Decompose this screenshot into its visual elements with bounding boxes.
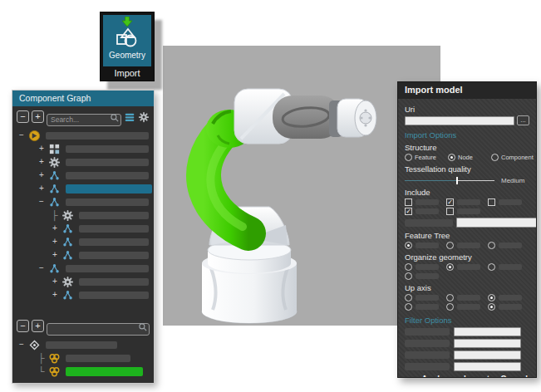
collapse-icon[interactable]: −: [37, 198, 46, 206]
radio-button[interactable]: [488, 242, 495, 249]
collapse-all-button[interactable]: −: [17, 320, 29, 332]
option-label-bar: [416, 208, 439, 214]
radio-button[interactable]: [488, 303, 495, 311]
checkbox[interactable]: [405, 198, 412, 206]
radio-button[interactable]: [405, 294, 412, 301]
feature-tree-option[interactable]: [446, 242, 488, 249]
organize-geometry-option[interactable]: [488, 263, 529, 271]
organize-geometry-option[interactable]: [405, 263, 446, 271]
browse-button[interactable]: ...: [517, 115, 529, 125]
node-search-input[interactable]: [47, 323, 150, 336]
checkbox[interactable]: [488, 198, 495, 206]
tree-row[interactable]: +: [12, 142, 154, 155]
tree-row[interactable]: ├: [12, 208, 154, 222]
component-tree: −++++−├+++−++: [12, 125, 154, 301]
layers-icon[interactable]: [124, 111, 135, 123]
include-option[interactable]: ✓: [405, 208, 446, 215]
radio-button[interactable]: [488, 263, 495, 271]
include-option[interactable]: ✓: [446, 198, 488, 206]
option-label-bar: [457, 304, 480, 310]
radio-button[interactable]: [405, 154, 412, 161]
collapse-icon[interactable]: −: [17, 131, 26, 140]
filter-row: [405, 327, 529, 336]
feature-tree-option[interactable]: [488, 242, 529, 249]
tree-row[interactable]: +: [12, 235, 154, 248]
include-option[interactable]: [405, 198, 446, 206]
tree-row[interactable]: └: [12, 365, 154, 378]
collapse-icon[interactable]: −: [37, 264, 46, 272]
option-label-bar: [457, 264, 480, 270]
radio-button[interactable]: [405, 263, 412, 271]
radio-button[interactable]: [448, 154, 455, 161]
radio-button[interactable]: [405, 242, 412, 249]
structure-option[interactable]: Component: [491, 154, 534, 161]
tree-row[interactable]: −: [12, 338, 154, 351]
structure-option[interactable]: Feature: [405, 154, 448, 161]
expand-icon[interactable]: +: [51, 251, 59, 259]
tree-row[interactable]: +: [12, 248, 154, 262]
slider-handle[interactable]: [456, 177, 458, 184]
filter-value-input[interactable]: [454, 350, 521, 360]
radio-button[interactable]: [405, 272, 412, 280]
import-button[interactable]: Import: [464, 375, 489, 378]
tree-row[interactable]: ├: [12, 351, 154, 365]
organize-geometry-option[interactable]: [446, 263, 488, 271]
collapse-all-button[interactable]: −: [17, 110, 29, 123]
filter-value-input[interactable]: [454, 339, 521, 348]
gear-icon[interactable]: [138, 111, 150, 123]
filter-value-input[interactable]: [454, 327, 521, 336]
radio-button[interactable]: [446, 263, 454, 271]
tree-row[interactable]: +: [12, 222, 154, 235]
expand-icon[interactable]: +: [51, 238, 59, 246]
organize-geometry-option[interactable]: [405, 272, 446, 280]
tree-row[interactable]: −: [12, 195, 154, 208]
gear-icon: [48, 156, 61, 169]
include-option[interactable]: [446, 208, 488, 215]
radio-button[interactable]: [446, 303, 454, 311]
expand-icon[interactable]: +: [37, 158, 46, 166]
expand-icon[interactable]: +: [37, 184, 46, 193]
up-axis-option[interactable]: [488, 303, 529, 311]
expand-icon[interactable]: +: [51, 224, 59, 233]
radio-button[interactable]: [488, 294, 495, 301]
uri-input[interactable]: [405, 116, 514, 125]
tree-row[interactable]: +: [12, 155, 154, 169]
structure-option[interactable]: Node: [448, 154, 491, 161]
cancel-button[interactable]: Cancel: [500, 375, 528, 378]
up-axis-option[interactable]: [488, 294, 529, 301]
analyze-button[interactable]: Analyze: [421, 375, 453, 378]
expand-all-button[interactable]: +: [32, 110, 44, 123]
expand-icon[interactable]: +: [51, 277, 59, 286]
tree-row[interactable]: +: [12, 275, 154, 288]
up-axis-option[interactable]: [446, 303, 488, 311]
radio-button[interactable]: [446, 294, 454, 301]
feature-tree-option[interactable]: [405, 242, 446, 249]
expand-icon[interactable]: +: [51, 291, 59, 299]
tree-item-label-bar: [79, 212, 149, 219]
tessellation-slider[interactable]: Medium: [405, 176, 529, 184]
tree-connector: └: [37, 367, 46, 375]
radio-button[interactable]: [491, 154, 499, 161]
tree-row[interactable]: −: [12, 262, 154, 275]
checkbox[interactable]: [446, 208, 454, 215]
checkbox[interactable]: ✓: [405, 208, 412, 215]
up-axis-option[interactable]: [405, 303, 446, 311]
expand-all-button[interactable]: +: [32, 320, 44, 332]
tree-row[interactable]: +: [12, 182, 154, 195]
up-axis-option[interactable]: [405, 294, 446, 301]
tree-row[interactable]: −: [12, 129, 154, 142]
tree-row[interactable]: +: [12, 169, 154, 182]
checkbox[interactable]: ✓: [446, 198, 454, 206]
geometry-import-button[interactable]: Geometry Import: [100, 12, 155, 81]
filter-value-input[interactable]: [454, 362, 521, 371]
up-axis-option[interactable]: [446, 294, 488, 301]
include-option[interactable]: [488, 198, 529, 206]
radio-button[interactable]: [405, 303, 412, 311]
expand-icon[interactable]: +: [37, 145, 46, 153]
include-value-input[interactable]: [456, 218, 537, 228]
expand-icon[interactable]: +: [37, 171, 46, 179]
option-label-bar: [457, 208, 480, 214]
collapse-icon[interactable]: −: [17, 341, 26, 349]
radio-button[interactable]: [446, 242, 454, 249]
tree-row[interactable]: +: [12, 288, 154, 301]
